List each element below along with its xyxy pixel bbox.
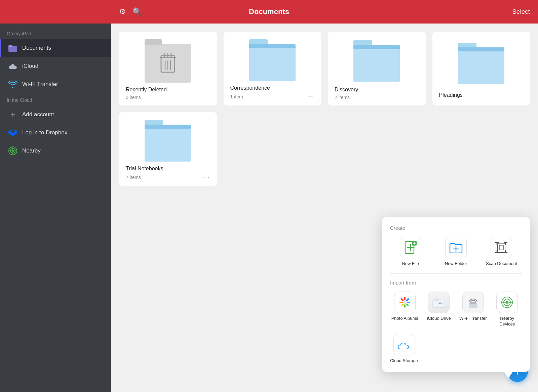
popup-create-grid: New File New Folder (390, 237, 522, 267)
new-folder-icon (445, 237, 467, 258)
folder-recently-deleted[interactable]: Recently Deleted 0 items (119, 32, 217, 105)
sidebar-item-add-account-label: Add account (22, 111, 54, 118)
create-import-popup: Create New File (382, 217, 530, 372)
popup-create-label: Create (390, 225, 522, 231)
folder-grid-row1: Recently Deleted 0 items (119, 32, 530, 105)
sidebar-item-nearby-label: Nearby (22, 147, 41, 154)
popup-photo-albums[interactable]: Photo Albums (390, 292, 420, 327)
svg-rect-42 (470, 302, 476, 304)
settings-icon[interactable]: ⚙ (119, 7, 126, 16)
folder-name: Discovery (335, 87, 419, 93)
wifi-icon (8, 80, 17, 89)
svg-point-43 (472, 300, 474, 301)
folder-discovery[interactable]: Discovery 2 items (328, 32, 426, 105)
cloud-storage-icon (393, 334, 415, 355)
popup-photo-albums-label: Photo Albums (391, 316, 418, 321)
nearby-devices-icon (496, 292, 518, 313)
popup-cloud-storage-label: Cloud Storage (390, 358, 418, 364)
popup-cloud-grid: Cloud Storage (390, 334, 522, 364)
svg-point-37 (403, 301, 407, 304)
main-layout: On my iPad Documents iCloud (0, 24, 538, 392)
folder-name: Recently Deleted (126, 87, 210, 93)
svg-rect-26 (498, 243, 505, 253)
plus-icon: + (8, 110, 17, 119)
popup-import-label: Import from (390, 280, 522, 286)
popup-cloud-storage[interactable]: Cloud Storage (390, 334, 418, 364)
popup-icloud-drive[interactable]: iCloud Drive (424, 292, 454, 327)
wifi-transfer-icon (462, 292, 484, 313)
scan-icon (491, 237, 512, 258)
folder-count: 2 items (335, 95, 350, 100)
app-header: ⚙ 🔍 Documents Select (0, 0, 538, 24)
sidebar-item-dropbox[interactable]: Log in to Dropbox (0, 124, 111, 142)
folder-count: 0 items (126, 95, 141, 100)
popup-wifi-transfer[interactable]: Wi-Fi Transfer (458, 292, 488, 327)
popup-import-grid: Photo Albums iCloud Drive (390, 292, 522, 327)
popup-wifi-transfer-label: Wi-Fi Transfer (459, 316, 487, 321)
svg-rect-1 (8, 45, 12, 47)
icloud-icon (8, 61, 17, 71)
search-icon[interactable]: 🔍 (132, 7, 142, 16)
folder-purple-icon (8, 43, 17, 53)
popup-new-file-label: New File (402, 261, 419, 267)
svg-rect-35 (499, 245, 503, 250)
folder-more-button[interactable]: ··· (307, 93, 314, 100)
sidebar-item-icloud[interactable]: iCloud (0, 57, 111, 75)
dropbox-icon (8, 128, 17, 137)
sidebar: On my iPad Documents iCloud (0, 24, 111, 392)
sidebar-section-on-ipad: On my iPad (0, 27, 111, 39)
svg-rect-41 (469, 303, 477, 308)
nearby-icon (8, 146, 17, 156)
folder-grid-row2: Trial Notebooks 7 items ··· (119, 112, 530, 186)
select-button[interactable]: Select (512, 8, 530, 15)
popup-nearby-devices[interactable]: Nearby Devices (493, 292, 522, 327)
content-area: Recently Deleted 0 items (111, 24, 538, 392)
folder-trial-notebooks[interactable]: Trial Notebooks 7 items ··· (119, 112, 217, 186)
folder-more-button[interactable]: ··· (203, 174, 210, 181)
page-title: Documents (249, 7, 289, 16)
sidebar-item-wifi-transfer[interactable]: Wi-Fi Transfer (0, 75, 111, 93)
popup-new-file[interactable]: New File (390, 237, 431, 267)
sidebar-item-documents[interactable]: Documents (0, 39, 111, 57)
folder-name: Trial Notebooks (126, 166, 210, 172)
sidebar-item-dropbox-label: Log in to Dropbox (22, 129, 67, 136)
folder-count: 7 items (126, 175, 141, 180)
folder-count: 1 item (230, 94, 243, 99)
folder-name: Pleadings (439, 92, 524, 98)
folder-name: Correspondence (230, 85, 315, 91)
sidebar-item-add-account[interactable]: + Add account (0, 105, 111, 124)
photos-icon (394, 292, 416, 313)
popup-divider (390, 273, 522, 274)
popup-new-folder[interactable]: New Folder (435, 237, 476, 267)
sidebar-item-wifi-label: Wi-Fi Transfer (22, 81, 58, 88)
new-file-icon (400, 237, 421, 258)
popup-nearby-devices-label: Nearby Devices (493, 316, 522, 327)
popup-icloud-drive-label: iCloud Drive (427, 316, 451, 321)
sidebar-item-nearby[interactable]: Nearby (0, 142, 111, 160)
folder-correspondence[interactable]: Correspondence 1 item ··· (224, 32, 321, 105)
popup-new-folder-label: New Folder (445, 261, 467, 267)
sidebar-item-documents-label: Documents (22, 45, 51, 51)
svg-rect-40 (434, 299, 439, 301)
folder-pleadings[interactable]: Pleadings (432, 32, 530, 105)
sidebar-section-in-cloud: In the Cloud (0, 93, 111, 105)
popup-scan-document[interactable]: Scan Document (481, 237, 522, 267)
popup-scan-document-label: Scan Document (486, 261, 517, 267)
icloud-drive-icon (428, 292, 450, 313)
sidebar-item-icloud-label: iCloud (22, 63, 38, 70)
